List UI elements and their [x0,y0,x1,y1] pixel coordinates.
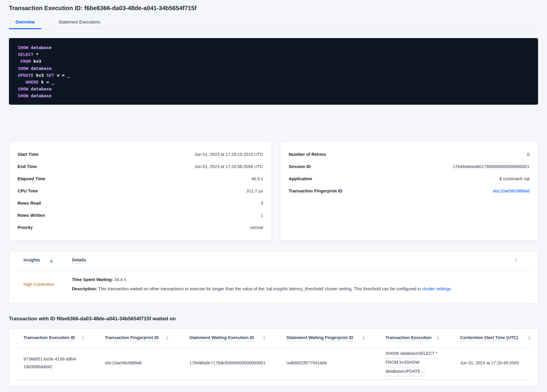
sql-statements-box: SHOW database SELECT * FROM kv3 SHOW dat… [9,38,538,105]
insights-column-header[interactable]: Insights [15,258,72,264]
sort-desc-icon [263,338,265,340]
summary-row: Rows Read3 [18,197,263,209]
cell-transaction-fingerprint-id: ebc10ae56cfd88a8 [97,359,181,367]
rows-read-value: 3 [261,201,263,206]
priority-value: normal [250,225,263,230]
sql-line: SHOW database [18,65,529,72]
summary-row: CPU Time312.7 µs [18,185,263,197]
session-id-value: 17648a9eea6017800000000000000001 [453,164,529,169]
sort-icon[interactable] [528,336,531,341]
transaction-fingerprint-link[interactable]: ebc10ae56cfd88a8 [493,189,529,193]
summary-row: Transaction Fingerprint IDebc10ae56cfd88… [289,185,529,197]
insight-description-line: Description: This transaction waited on … [72,284,532,294]
sort-icon[interactable] [50,258,53,263]
summary-row: Session ID17648a9eea60178000000000000000… [289,160,529,173]
sql-line: SHOW database [18,86,529,92]
time-spent-waiting-line: Time Spent Waiting: 34.4 s [72,275,532,284]
sort-desc-icon [82,338,84,340]
sort-asc-icon [82,336,84,338]
cell-contention-start-time: Jun 01, 2023 at 17:20:49:2049 [452,359,532,367]
column-header-transaction-fingerprint-id[interactable]: Transaction Fingerprint ID [97,335,181,341]
sort-desc-icon [166,338,169,340]
column-header-statement-waiting-execution-id[interactable]: Statement Waiting Execution ID [181,335,278,341]
summary-row: Elapsed Time40.9 s [18,173,263,185]
sort-icon[interactable] [82,336,84,341]
insight-row: High Contention Time Spent Waiting: 34.4… [15,270,532,299]
sort-desc-icon [515,261,517,263]
insights-table-header: Insights Details [15,251,532,270]
cpu-time-value: 312.7 µs [246,189,263,193]
cell-transaction-execution-id: 9738d051-bc0e-4158-a9b4- 1903586ddd42 [15,355,97,371]
start-time-value: Jun 01, 2023 at 17:20:15:2015 UTC [194,152,263,157]
summary-row: Number of Retries0 [289,148,529,160]
column-header-statement-waiting-fingerprint-id[interactable]: Statement Waiting Fingerprint ID [278,335,377,341]
sql-line: SELECT * [18,51,529,58]
column-header-transaction-execution-id[interactable]: Transaction Execution ID [15,335,97,341]
end-time-value: Jun 01, 2023 at 17:20:56:2056 UTC [194,164,263,169]
sort-asc-icon [166,336,169,338]
sort-icon[interactable] [166,336,169,341]
summary-row: Prioritynormal [18,221,263,233]
sort-icon[interactable] [437,336,439,341]
sort-desc-icon [528,338,531,340]
tab-bar: Overview Statement Executions [9,17,538,29]
sql-line: SHOW database [18,44,529,51]
insight-details: Time Spent Waiting: 34.4 s Description: … [72,275,532,294]
elapsed-time-value: 40.9 s [252,176,263,181]
sort-icon[interactable] [263,336,265,341]
application-value: $ cockroach sql [499,176,529,181]
sql-line: FROM kv3 [18,58,529,65]
tab-statement-executions[interactable]: Statement Executions [52,20,107,29]
sort-asc-icon [515,258,517,260]
sort-icon[interactable] [515,258,517,263]
row-divider [17,379,530,380]
sort-icon[interactable] [362,336,365,341]
waited-on-table-row: 9738d051-bc0e-4158-a9b4- 1903586ddd42 eb… [15,348,532,378]
insights-card: Insights Details High Contention Time Sp… [9,251,538,303]
waited-on-heading: Transaction with ID f6be6366-da03-48de-a… [9,316,176,322]
transaction-execution-details-page: Transaction Execution ID: f6be6366-da03-… [0,0,547,392]
session-summary-card: Number of Retries0 Session ID17648a9eea6… [280,141,538,240]
summary-row: Application$ cockroach sql [289,173,529,185]
sort-asc-icon [263,336,265,338]
execution-summary-card: Start TimeJun 01, 2023 at 17:20:15:2015 … [9,141,272,240]
insight-type-label: High Contention [15,282,72,287]
sort-asc-icon [528,336,531,338]
sort-desc-icon [437,338,439,340]
column-header-transaction-execution[interactable]: Transaction Execution [377,335,452,341]
cluster-settings-link[interactable]: cluster settings [422,286,451,291]
cell-statement-waiting-fingerprint-id: \xdb8922f077541dda [278,359,377,367]
waited-on-table-header: Transaction Execution ID Transaction Fin… [15,329,532,348]
sort-desc-icon [362,338,365,340]
details-column-header[interactable]: Details [72,258,86,264]
summary-row: Start TimeJun 01, 2023 at 17:20:15:2015 … [18,148,263,160]
sort-asc-icon [362,336,365,338]
transaction-execution-statement-link[interactable]: SHOW databaseSELECT * FROM kv3SHOW datab… [377,349,452,376]
sql-line: SHOW database [18,92,529,99]
sort-desc-icon [50,261,53,263]
retries-value: 0 [527,152,529,157]
tab-overview[interactable]: Overview [9,20,41,29]
sort-asc-icon [437,336,439,338]
sql-line: UPDATE kv3 SET v = _ [18,72,529,79]
rows-written-value: 1 [261,213,263,218]
sql-line: WHERE k = _ [18,79,529,86]
sort-asc-icon [50,258,53,260]
summary-row: End TimeJun 01, 2023 at 17:20:56:2056 UT… [18,160,263,173]
column-header-contention-start-time[interactable]: Contention Start Time (UTC) [452,335,532,341]
page-title: Transaction Execution ID: f6be6366-da03-… [9,5,197,12]
cell-statement-waiting-execution-id: 176498a9c717bdc80000000000000001 [181,359,278,367]
summary-row: Rows Written1 [18,209,263,221]
waited-on-table-card: Transaction Execution ID Transaction Fin… [9,329,538,387]
